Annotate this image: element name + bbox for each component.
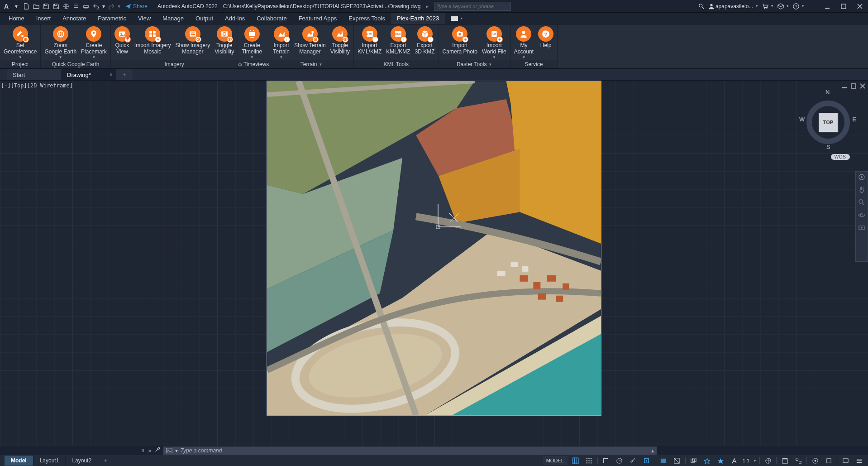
ribbon-import-kml-kmz-button[interactable]: KML↓Import KML/KMZ [356,25,383,60]
menu-tab-collaborate[interactable]: Collaborate [251,13,293,24]
minimize-button[interactable] [821,1,834,11]
panel-title[interactable]: Project [0,60,40,68]
cmd-customize-icon[interactable] [154,447,161,455]
show-motion-icon[interactable] [858,224,865,233]
file-tab-add-button[interactable]: ＋ [116,69,133,80]
ribbon-create-timeline-button[interactable]: Create Timeline▼ [240,25,264,60]
selection-cycling-icon[interactable] [688,456,699,465]
ribbon-set-georeference-button[interactable]: ⊕Set Georeference▼ [2,25,38,60]
menu-tab-extra[interactable]: ▾ [445,13,468,24]
ribbon-toggle-visibility-button[interactable]: 👁Toggle Visibility [213,25,236,60]
maximize-button[interactable] [837,1,850,11]
ribbon-import-world-file-button[interactable]: W+Import World File▼ [480,25,508,60]
panel-title[interactable]: Service [510,60,557,68]
open-icon[interactable] [32,2,41,11]
panel-title[interactable]: Raster Tools ▼ [439,60,510,68]
dir-s[interactable]: S [826,144,830,150]
scale-label[interactable]: 1:1 [743,458,749,463]
vp-minimize-icon[interactable] [842,82,847,91]
new-icon[interactable] [22,2,31,11]
undo-dropdown-icon[interactable]: ▾ [101,2,106,11]
menu-tab-express-tools[interactable]: Express Tools [343,13,391,24]
ribbon-export-kml-kmz-button[interactable]: KML↑Export KML/KMZ [384,25,412,60]
ribbon-my-account-button[interactable]: My Account▼ [512,25,535,60]
cmd-history-icon[interactable]: ▴ [651,447,654,454]
app-icon[interactable]: A [2,2,11,11]
orbit-icon[interactable] [858,211,865,221]
clean-screen-icon[interactable] [840,456,851,465]
command-input[interactable]: ▾ Type a command ▴ [163,447,657,455]
units-icon[interactable] [793,456,804,465]
signin-button[interactable]: apapavasileio...▼ [708,2,758,11]
cart-icon[interactable]: ▼ [762,2,774,11]
menu-tab-parametric[interactable]: Parametric [92,13,132,24]
menu-tab-manage[interactable]: Manage [157,13,190,24]
search-icon[interactable] [698,2,705,11]
layout-tab-layout2[interactable]: Layout2 [66,456,98,466]
dir-n[interactable]: N [825,89,830,96]
menu-tab-home[interactable]: Home [3,13,30,24]
annotation-scale-icon[interactable] [702,456,713,465]
hardware-accel-icon[interactable] [810,456,820,465]
lineweight-icon[interactable] [658,456,669,465]
layout-tab-model[interactable]: Model [5,456,33,466]
saveas-icon[interactable] [52,2,61,11]
vp-close-icon[interactable] [860,82,865,91]
panel-title[interactable]: Terrain ▼ [269,60,353,68]
ribbon-create-placemark-button[interactable]: Create Placemark▼ [79,25,109,60]
app-menu-dropdown-icon[interactable]: ▾ [12,2,21,11]
web-mobile-icon[interactable] [62,2,71,11]
ribbon-show-imagery-manager-button[interactable]: ⚙Show Imagery Manager [174,25,212,60]
ribbon-help-button[interactable]: ?Help [536,25,555,60]
panel-title[interactable]: Quick Google Earth [41,60,110,68]
annotation-visibility-icon[interactable] [715,456,726,465]
menu-tab-output[interactable]: Output [190,13,219,24]
menu-tab-featured-apps[interactable]: Featured Apps [293,13,343,24]
annotation-auto-icon[interactable] [729,456,740,465]
cmd-drag-handle-icon[interactable]: ⠿ [141,448,145,453]
save-icon[interactable] [42,2,51,11]
workspace-icon[interactable] [763,456,773,465]
undo-icon[interactable] [91,2,100,11]
ribbon-import-imagery-mosaic-button[interactable]: +Import Imagery Mosaic [133,25,173,60]
pan-icon[interactable] [858,186,865,195]
ribbon-import-camera-photo-button[interactable]: +Import Camera Photo [441,25,479,60]
ribbon-zoom-google-earth-button[interactable]: Zoom Google Earth▼ [43,25,78,60]
file-tab-start[interactable]: Start [7,69,62,80]
polar-icon[interactable] [614,456,625,465]
nav-wheel-icon[interactable] [858,173,865,183]
isodraft-icon[interactable] [628,456,639,465]
monitor-icon[interactable] [779,456,790,465]
zoom-extents-icon[interactable] [858,199,865,208]
customize-status-icon[interactable] [854,456,864,465]
share-button[interactable]: Share [122,3,150,10]
help-icon[interactable]: ?▼ [793,2,805,11]
file-tab-close-icon[interactable]: × [110,72,113,78]
redo-dropdown-icon[interactable]: ▾ [117,2,121,11]
viewport-label[interactable]: [-][Top][2D Wireframe] [1,82,73,89]
wcs-badge[interactable]: WCS [831,154,850,160]
ribbon-toggle-visibility-button[interactable]: 👁Toggle Visibility [329,25,352,60]
vp-maximize-icon[interactable] [851,82,856,91]
app-exchange-icon[interactable]: ▼ [777,2,789,11]
layout-tab-layout1[interactable]: Layout1 [33,456,66,466]
panel-title[interactable]: ∞ Timeviews [238,60,269,68]
menu-tab-view[interactable]: View [132,13,157,24]
ortho-icon[interactable] [601,456,611,465]
panel-title[interactable]: Imagery [111,60,238,68]
dir-e[interactable]: E [852,116,856,123]
ribbon-export-3d-kmz-button[interactable]: ↑Export 3D KMZ [413,25,437,60]
menu-tab-insert[interactable]: Insert [30,13,57,24]
layout-add-button[interactable]: ＋ [98,456,113,466]
print-icon[interactable] [81,2,91,11]
plot-icon[interactable] [72,2,81,11]
transparency-icon[interactable] [672,456,682,465]
menu-tab-add-ins[interactable]: Add-ins [219,13,251,24]
model-space-button[interactable]: MODEL [543,456,568,465]
cube-face[interactable]: TOP [819,113,838,132]
ribbon-quick-view-button[interactable]: 📍Quick View [113,25,132,60]
view-cube[interactable]: N E S W TOP [801,91,855,154]
osnap-icon[interactable] [641,456,652,465]
menu-tab-annotate[interactable]: Annotate [57,13,92,24]
search-input[interactable] [434,2,511,11]
